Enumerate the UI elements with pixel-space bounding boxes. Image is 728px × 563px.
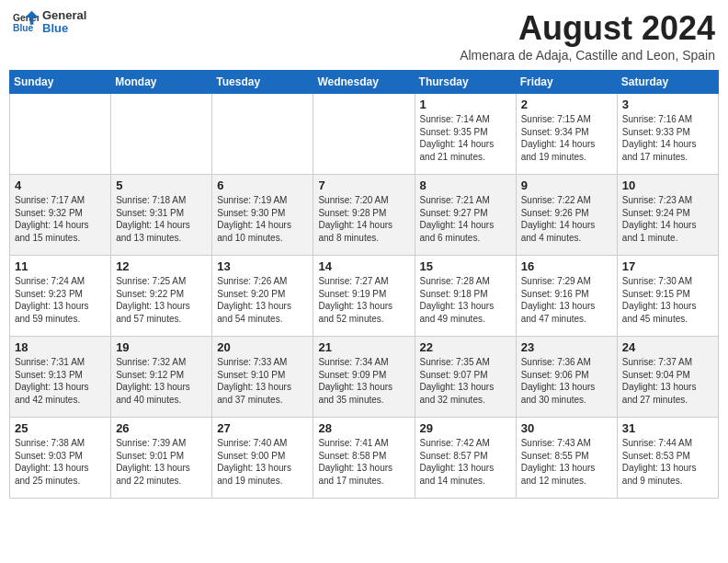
calendar-cell: 2Sunrise: 7:15 AM Sunset: 9:34 PM Daylig… xyxy=(516,94,617,175)
logo-text-general: General xyxy=(42,9,86,22)
day-number: 12 xyxy=(116,259,207,273)
day-number: 30 xyxy=(521,421,612,435)
day-info: Sunrise: 7:18 AM Sunset: 9:31 PM Dayligh… xyxy=(116,194,207,244)
day-info: Sunrise: 7:32 AM Sunset: 9:12 PM Dayligh… xyxy=(116,356,207,406)
day-number: 8 xyxy=(420,178,511,192)
day-number: 28 xyxy=(318,421,409,435)
day-info: Sunrise: 7:33 AM Sunset: 9:10 PM Dayligh… xyxy=(217,356,308,406)
day-number: 1 xyxy=(420,98,511,111)
month-year-title: August 2024 xyxy=(460,9,715,48)
day-number: 15 xyxy=(420,259,511,273)
weekday-header-sunday: Sunday xyxy=(10,71,111,94)
weekday-header-monday: Monday xyxy=(111,71,212,94)
day-info: Sunrise: 7:36 AM Sunset: 9:06 PM Dayligh… xyxy=(521,356,612,406)
day-number: 17 xyxy=(622,259,713,273)
logo-text-blue: Blue xyxy=(42,22,86,35)
day-info: Sunrise: 7:29 AM Sunset: 9:16 PM Dayligh… xyxy=(521,275,612,325)
day-number: 31 xyxy=(622,421,713,435)
calendar-week-3: 11Sunrise: 7:24 AM Sunset: 9:23 PM Dayli… xyxy=(10,256,719,337)
calendar-cell: 9Sunrise: 7:22 AM Sunset: 9:26 PM Daylig… xyxy=(516,175,617,256)
calendar-table: SundayMondayTuesdayWednesdayThursdayFrid… xyxy=(9,70,719,499)
weekday-header-friday: Friday xyxy=(516,71,617,94)
day-info: Sunrise: 7:19 AM Sunset: 9:30 PM Dayligh… xyxy=(217,194,308,244)
calendar-cell: 21Sunrise: 7:34 AM Sunset: 9:09 PM Dayli… xyxy=(313,337,415,418)
day-info: Sunrise: 7:24 AM Sunset: 9:23 PM Dayligh… xyxy=(15,275,106,325)
calendar-cell: 10Sunrise: 7:23 AM Sunset: 9:24 PM Dayli… xyxy=(617,175,718,256)
day-number: 29 xyxy=(420,421,511,435)
calendar-cell: 31Sunrise: 7:44 AM Sunset: 8:53 PM Dayli… xyxy=(617,418,718,499)
calendar-week-1: 1Sunrise: 7:14 AM Sunset: 9:35 PM Daylig… xyxy=(10,94,719,175)
day-number: 2 xyxy=(521,98,612,111)
day-info: Sunrise: 7:27 AM Sunset: 9:19 PM Dayligh… xyxy=(318,275,409,325)
day-number: 4 xyxy=(15,178,106,192)
day-number: 9 xyxy=(521,178,612,192)
day-number: 20 xyxy=(217,340,308,354)
calendar-cell: 15Sunrise: 7:28 AM Sunset: 9:18 PM Dayli… xyxy=(415,256,516,337)
day-number: 24 xyxy=(622,340,713,354)
day-info: Sunrise: 7:14 AM Sunset: 9:35 PM Dayligh… xyxy=(420,113,511,163)
day-info: Sunrise: 7:35 AM Sunset: 9:07 PM Dayligh… xyxy=(420,356,511,406)
day-info: Sunrise: 7:40 AM Sunset: 9:00 PM Dayligh… xyxy=(217,437,308,487)
day-info: Sunrise: 7:30 AM Sunset: 9:15 PM Dayligh… xyxy=(622,275,713,325)
calendar-week-2: 4Sunrise: 7:17 AM Sunset: 9:32 PM Daylig… xyxy=(10,175,719,256)
day-number: 21 xyxy=(318,340,409,354)
weekday-header-saturday: Saturday xyxy=(617,71,718,94)
day-info: Sunrise: 7:20 AM Sunset: 9:28 PM Dayligh… xyxy=(318,194,409,244)
location-subtitle: Almenara de Adaja, Castille and Leon, Sp… xyxy=(460,48,715,63)
calendar-cell: 25Sunrise: 7:38 AM Sunset: 9:03 PM Dayli… xyxy=(10,418,111,499)
day-number: 13 xyxy=(217,259,308,273)
day-number: 22 xyxy=(420,340,511,354)
day-info: Sunrise: 7:23 AM Sunset: 9:24 PM Dayligh… xyxy=(622,194,713,244)
logo-icon: General Blue xyxy=(13,9,39,35)
calendar-cell: 16Sunrise: 7:29 AM Sunset: 9:16 PM Dayli… xyxy=(516,256,617,337)
day-number: 11 xyxy=(15,259,106,273)
calendar-cell xyxy=(111,94,212,175)
weekday-header-tuesday: Tuesday xyxy=(212,71,313,94)
day-info: Sunrise: 7:25 AM Sunset: 9:22 PM Dayligh… xyxy=(116,275,207,325)
day-number: 14 xyxy=(318,259,409,273)
calendar-cell: 7Sunrise: 7:20 AM Sunset: 9:28 PM Daylig… xyxy=(313,175,415,256)
day-number: 6 xyxy=(217,178,308,192)
calendar-cell: 26Sunrise: 7:39 AM Sunset: 9:01 PM Dayli… xyxy=(111,418,212,499)
calendar-week-4: 18Sunrise: 7:31 AM Sunset: 9:13 PM Dayli… xyxy=(10,337,719,418)
day-number: 16 xyxy=(521,259,612,273)
day-number: 3 xyxy=(622,98,713,111)
day-info: Sunrise: 7:34 AM Sunset: 9:09 PM Dayligh… xyxy=(318,356,409,406)
calendar-cell: 5Sunrise: 7:18 AM Sunset: 9:31 PM Daylig… xyxy=(111,175,212,256)
calendar-cell: 13Sunrise: 7:26 AM Sunset: 9:20 PM Dayli… xyxy=(212,256,313,337)
calendar-cell: 20Sunrise: 7:33 AM Sunset: 9:10 PM Dayli… xyxy=(212,337,313,418)
calendar-cell: 18Sunrise: 7:31 AM Sunset: 9:13 PM Dayli… xyxy=(10,337,111,418)
page-header: General Blue General Blue August 2024 Al… xyxy=(9,9,719,63)
calendar-cell xyxy=(313,94,415,175)
svg-text:Blue: Blue xyxy=(13,24,34,34)
calendar-cell xyxy=(212,94,313,175)
calendar-cell: 17Sunrise: 7:30 AM Sunset: 9:15 PM Dayli… xyxy=(617,256,718,337)
day-info: Sunrise: 7:42 AM Sunset: 8:57 PM Dayligh… xyxy=(420,437,511,487)
day-info: Sunrise: 7:44 AM Sunset: 8:53 PM Dayligh… xyxy=(622,437,713,487)
day-info: Sunrise: 7:21 AM Sunset: 9:27 PM Dayligh… xyxy=(420,194,511,244)
day-info: Sunrise: 7:26 AM Sunset: 9:20 PM Dayligh… xyxy=(217,275,308,325)
calendar-cell: 23Sunrise: 7:36 AM Sunset: 9:06 PM Dayli… xyxy=(516,337,617,418)
calendar-header: SundayMondayTuesdayWednesdayThursdayFrid… xyxy=(10,71,719,94)
day-info: Sunrise: 7:28 AM Sunset: 9:18 PM Dayligh… xyxy=(420,275,511,325)
calendar-cell: 14Sunrise: 7:27 AM Sunset: 9:19 PM Dayli… xyxy=(313,256,415,337)
calendar-body: 1Sunrise: 7:14 AM Sunset: 9:35 PM Daylig… xyxy=(10,94,719,499)
header-row: SundayMondayTuesdayWednesdayThursdayFrid… xyxy=(10,71,719,94)
day-number: 25 xyxy=(15,421,106,435)
calendar-cell: 6Sunrise: 7:19 AM Sunset: 9:30 PM Daylig… xyxy=(212,175,313,256)
day-info: Sunrise: 7:39 AM Sunset: 9:01 PM Dayligh… xyxy=(116,437,207,487)
day-info: Sunrise: 7:15 AM Sunset: 9:34 PM Dayligh… xyxy=(521,113,612,163)
day-number: 26 xyxy=(116,421,207,435)
title-block: August 2024 Almenara de Adaja, Castille … xyxy=(460,9,715,63)
calendar-cell xyxy=(10,94,111,175)
calendar-cell: 27Sunrise: 7:40 AM Sunset: 9:00 PM Dayli… xyxy=(212,418,313,499)
day-number: 27 xyxy=(217,421,308,435)
day-info: Sunrise: 7:37 AM Sunset: 9:04 PM Dayligh… xyxy=(622,356,713,406)
day-number: 10 xyxy=(622,178,713,192)
calendar-cell: 19Sunrise: 7:32 AM Sunset: 9:12 PM Dayli… xyxy=(111,337,212,418)
day-info: Sunrise: 7:16 AM Sunset: 9:33 PM Dayligh… xyxy=(622,113,713,163)
day-info: Sunrise: 7:17 AM Sunset: 9:32 PM Dayligh… xyxy=(15,194,106,244)
calendar-cell: 22Sunrise: 7:35 AM Sunset: 9:07 PM Dayli… xyxy=(415,337,516,418)
day-number: 19 xyxy=(116,340,207,354)
calendar-cell: 28Sunrise: 7:41 AM Sunset: 8:58 PM Dayli… xyxy=(313,418,415,499)
